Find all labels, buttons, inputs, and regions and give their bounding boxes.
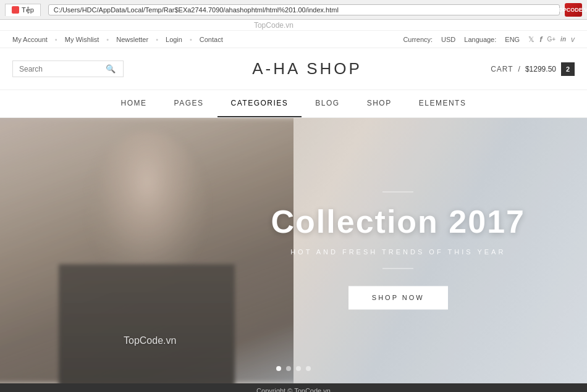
currency-label: Currency: — [403, 36, 433, 43]
nav-link-home[interactable]: HOME — [108, 90, 161, 116]
slider-dot-2[interactable] — [286, 366, 291, 371]
slider-dot-1[interactable] — [276, 366, 281, 371]
site-logo: A-HA SHOP — [252, 59, 362, 78]
copyright-text: Copyright © TopCode.vn — [256, 387, 331, 392]
utility-left: My Account • My Wishlist • Newsletter • … — [12, 36, 223, 43]
search-input[interactable] — [19, 65, 106, 73]
slider-dot-3[interactable] — [296, 366, 301, 371]
tab-favicon — [12, 6, 19, 14]
utility-right: Currency: USD Language: ENG 𝕏 f G+ in v — [403, 35, 575, 44]
nav-item-shop[interactable]: SHOP — [353, 90, 405, 117]
site-header: 🔍 A-HA SHOP CART / $1299.50 2 — [0, 48, 587, 90]
cart-label: CART — [491, 65, 513, 73]
nav-item-home[interactable]: HOME — [108, 90, 161, 117]
language-value[interactable]: ENG — [505, 36, 520, 43]
contact-link[interactable]: Contact — [200, 36, 223, 43]
cart-badge[interactable]: 2 — [561, 62, 575, 76]
topcode-watermark-top: TopCode.vn — [254, 21, 294, 30]
hero-bottom-line — [382, 269, 413, 269]
browser-tab[interactable]: Tệp — [5, 4, 41, 16]
hero-content: Collection 2017 HOT AND FRESH TRENDS OF … — [271, 191, 525, 309]
address-bar[interactable]: C:/Users/HDC/AppData/Local/Temp/Rar$EXa2… — [48, 4, 560, 15]
search-box[interactable]: 🔍 — [12, 60, 124, 77]
nav-link-blog[interactable]: BLOG — [302, 90, 353, 116]
nav-item-categories[interactable]: CATEGORIES — [217, 90, 302, 117]
twitter-icon[interactable]: 𝕏 — [528, 35, 534, 44]
utility-bar: My Account • My Wishlist • Newsletter • … — [0, 31, 587, 48]
nav-item-elements[interactable]: ELEMENTS — [405, 90, 480, 117]
language-label: Language: — [464, 36, 496, 43]
social-icons: 𝕏 f G+ in v — [528, 35, 575, 44]
search-button[interactable]: 🔍 — [106, 64, 116, 73]
currency-value[interactable]: USD — [441, 36, 455, 43]
topcode-logo-badge: TOPCODE.VN — [565, 3, 582, 17]
tab-title: Tệp — [22, 6, 34, 14]
footer-watermark: Copyright © TopCode.vn — [0, 383, 587, 392]
facebook-icon[interactable]: f — [539, 35, 542, 44]
slider-dots — [276, 366, 311, 371]
hero-top-line — [382, 191, 413, 192]
cart-separator: / — [518, 65, 520, 73]
browser-chrome: Tệp C:/Users/HDC/AppData/Local/Temp/Rar$… — [0, 0, 587, 20]
linkedin-icon[interactable]: in — [560, 36, 566, 43]
hero-cta-button[interactable]: SHOP NOW — [348, 286, 448, 310]
my-account-link[interactable]: My Account — [12, 36, 48, 43]
nav-list: HOME PAGES CATEGORIES BLOG SHOP ELEMENTS — [108, 90, 480, 117]
main-navigation: HOME PAGES CATEGORIES BLOG SHOP ELEMENTS — [0, 90, 587, 118]
hero-watermark: TopCode.vn — [124, 335, 176, 346]
nav-item-pages[interactable]: PAGES — [161, 90, 217, 117]
search-icon: 🔍 — [106, 64, 116, 73]
my-wishlist-link[interactable]: My Wishlist — [65, 36, 99, 43]
cart-info[interactable]: CART / $1299.50 2 — [491, 62, 575, 76]
hero-title: Collection 2017 — [271, 204, 525, 240]
nav-link-pages[interactable]: PAGES — [161, 90, 217, 116]
cart-price: $1299.50 — [525, 65, 556, 73]
slider-dot-4[interactable] — [306, 366, 311, 371]
nav-link-elements[interactable]: ELEMENTS — [405, 90, 480, 116]
hero-section: Collection 2017 HOT AND FRESH TRENDS OF … — [0, 118, 587, 383]
nav-item-blog[interactable]: BLOG — [302, 90, 353, 117]
nav-link-categories[interactable]: CATEGORIES — [217, 90, 302, 117]
browser-icons: TOPCODE.VN — [565, 3, 582, 17]
login-link[interactable]: Login — [166, 36, 182, 43]
currency-language: Currency: USD Language: ENG — [403, 36, 520, 43]
nav-link-shop[interactable]: SHOP — [353, 90, 405, 116]
vimeo-icon[interactable]: v — [571, 35, 575, 44]
hero-subtitle: HOT AND FRESH TRENDS OF THIS YEAR — [271, 249, 525, 256]
newsletter-link[interactable]: Newsletter — [116, 36, 148, 43]
google-plus-icon[interactable]: G+ — [547, 36, 555, 43]
